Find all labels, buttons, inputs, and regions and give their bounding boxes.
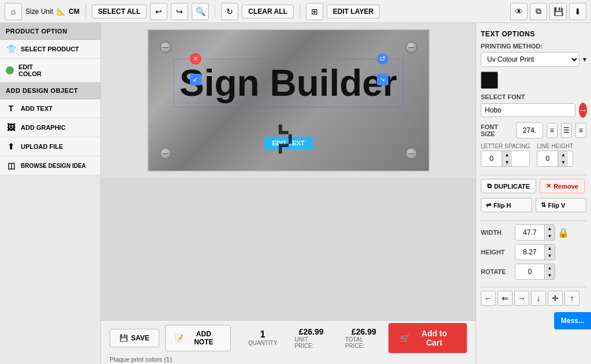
- canvas-area: ✕ ↺ Sign Builder ↙ ↘ EDIT TEXT: [101, 23, 476, 178]
- line-height-input[interactable]: [537, 153, 558, 164]
- bottom-bar: 💾 SAVE 📝 ADD NOTE 1 QUANTITY £26.99 UNIT…: [101, 320, 476, 355]
- graphic-element: 𑀤: [263, 113, 315, 165]
- sidebar-item-edit-color[interactable]: EDIT COLOR: [0, 59, 100, 82]
- save-button[interactable]: 💾 SAVE: [110, 329, 159, 347]
- product-option-title: PRODUCT OPTION: [0, 23, 100, 40]
- duplicate-icon: ⧉: [487, 182, 492, 190]
- nav-right-button[interactable]: →: [514, 291, 529, 306]
- add-note-button[interactable]: 📝 ADD NOTE: [165, 325, 231, 351]
- resize-handle-bl[interactable]: ↙: [190, 74, 201, 85]
- font-arrow-button[interactable]: →: [579, 103, 587, 118]
- sidebar-item-upload-file[interactable]: ⬆ UPLOAD FILE: [0, 137, 100, 156]
- add-design-title: ADD DESIGN OBJECT: [0, 82, 100, 99]
- printing-method-row: Uv Colour Print ▾: [481, 52, 586, 67]
- screw-tr: [406, 42, 417, 53]
- nav-left-button[interactable]: ←: [481, 291, 496, 306]
- canvas-container[interactable]: ✕ ↺ Sign Builder ↙ ↘ EDIT TEXT: [147, 29, 430, 172]
- layers-icon[interactable]: ⊞: [306, 3, 323, 20]
- nav-row: ← ⇐ → ↓ ✛ ↑: [481, 291, 586, 306]
- height-input[interactable]: [515, 246, 544, 258]
- home-icon[interactable]: ⌂: [5, 3, 22, 20]
- sidebar-item-browse-design[interactable]: ◫ BROWSE DESIGN IDEA: [0, 156, 100, 175]
- font-size-down[interactable]: ▼: [543, 130, 543, 138]
- nav-center-button[interactable]: ✛: [548, 291, 563, 306]
- rotate-spinners: ▲ ▼: [544, 264, 555, 279]
- height-down[interactable]: ▼: [544, 252, 555, 260]
- rotate-input[interactable]: [515, 266, 544, 277]
- separator3: [300, 5, 300, 18]
- download-icon[interactable]: ⬇: [569, 3, 586, 20]
- eye-icon[interactable]: 👁: [510, 3, 528, 20]
- font-size-label: FONT SIZE: [481, 123, 513, 137]
- note-icon: 📝: [175, 334, 184, 342]
- duplicate-remove-row: ⧉ DUPLICATE ✕ Remove: [481, 179, 586, 193]
- text-element[interactable]: Sign Builder: [173, 59, 403, 107]
- font-size-input[interactable]: [517, 125, 543, 136]
- flip-h-icon: ⇌: [486, 201, 491, 209]
- clear-all-button[interactable]: CLEAR ALL: [242, 5, 294, 18]
- printing-dropdown-icon: ▾: [583, 55, 586, 63]
- spacing-row: LETTER SPACING ▲ ▼ LINE HEIGHT ▲ ▼: [481, 143, 586, 167]
- edit-layer-button[interactable]: EDIT LAYER: [327, 5, 380, 18]
- line-height-up[interactable]: ▲: [558, 151, 568, 159]
- ruler-icon: 📐: [57, 7, 65, 16]
- quantity-display: 1 QUANTITY: [248, 329, 278, 346]
- redo-button[interactable]: ↪: [171, 3, 188, 20]
- text-icon: T: [6, 104, 16, 113]
- letter-spacing-down[interactable]: ▼: [502, 159, 512, 166]
- height-up[interactable]: ▲: [544, 245, 555, 252]
- printing-method-select[interactable]: Uv Colour Print: [481, 52, 579, 67]
- rotate-up[interactable]: ▲: [544, 264, 555, 272]
- width-spinners: ▲ ▼: [544, 225, 555, 240]
- cart-icon: 🛒: [400, 333, 410, 343]
- nav-down-button[interactable]: ↓: [531, 291, 546, 306]
- resize-handle-br[interactable]: ↘: [377, 74, 388, 85]
- copy-icon[interactable]: ⧉: [530, 3, 547, 20]
- rotate-row: ROTATE ▲ ▼: [481, 264, 586, 280]
- letter-spacing-input[interactable]: [481, 153, 502, 164]
- remove-button[interactable]: ✕ Remove: [540, 179, 585, 193]
- width-input[interactable]: [515, 227, 544, 238]
- undo-button[interactable]: ↩: [150, 3, 167, 20]
- font-row: →: [481, 103, 586, 118]
- align-center-btn[interactable]: ☰: [561, 123, 572, 138]
- select-font-label: SELECT FONT: [481, 93, 586, 100]
- lock-icon[interactable]: 🔒: [558, 227, 569, 238]
- select-all-button[interactable]: SELECT ALL: [92, 5, 147, 18]
- save-floppy-icon: 💾: [119, 334, 128, 342]
- line-height-down[interactable]: ▼: [558, 159, 568, 166]
- duplicate-button[interactable]: ⧉ DUPLICATE: [481, 179, 536, 193]
- flip-v-button[interactable]: ⇅ Flip V: [536, 198, 587, 212]
- line-height-label: LINE HEIGHT: [537, 143, 573, 149]
- add-to-cart-button[interactable]: 🛒 Add to Cart: [388, 323, 467, 353]
- refresh-icon[interactable]: ↻: [221, 3, 238, 20]
- text-options-title: TEXT OPTIONS: [481, 28, 586, 43]
- sidebar-item-add-text[interactable]: T ADD TEXT: [0, 99, 100, 118]
- color-swatch[interactable]: [481, 72, 498, 89]
- height-label: HEIGHT: [481, 249, 513, 256]
- size-unit-label: Size Unit 📐 CM: [25, 7, 80, 16]
- nav-left2-button[interactable]: ⇐: [498, 291, 513, 306]
- save-icon[interactable]: 💾: [549, 3, 567, 20]
- font-size-up[interactable]: ▲: [543, 123, 543, 130]
- width-down[interactable]: ▼: [544, 232, 555, 240]
- left-sidebar: PRODUCT OPTION 👕 SELECT PRODUCT EDIT COL…: [0, 23, 101, 364]
- divider1: [481, 175, 586, 175]
- total-price-display: £26.99 TOTAL PRICE:: [345, 327, 383, 349]
- rotate-down[interactable]: ▼: [544, 272, 555, 279]
- zoom-button[interactable]: 🔍: [192, 3, 209, 20]
- width-up[interactable]: ▲: [544, 225, 555, 232]
- flip-h-button[interactable]: ⇌ Flip H: [481, 198, 532, 212]
- sidebar-item-select-product[interactable]: 👕 SELECT PRODUCT: [0, 40, 100, 59]
- width-row: WIDTH ▲ ▼ 🔒: [481, 224, 586, 241]
- letter-spacing-spinners: ▲ ▼: [502, 151, 512, 166]
- letter-spacing-up[interactable]: ▲: [502, 151, 512, 159]
- nav-up-button[interactable]: ↑: [564, 291, 579, 306]
- align-left-btn[interactable]: ≡: [547, 123, 558, 138]
- font-input[interactable]: [481, 103, 575, 117]
- sidebar-item-add-graphic[interactable]: 🖼 ADD GRAPHIC: [0, 118, 100, 137]
- font-size-spinners: ▲ ▼: [543, 123, 543, 138]
- messenger-button[interactable]: Mess...: [554, 312, 591, 329]
- separator2: [215, 5, 215, 18]
- align-right-btn[interactable]: ≡: [575, 123, 586, 138]
